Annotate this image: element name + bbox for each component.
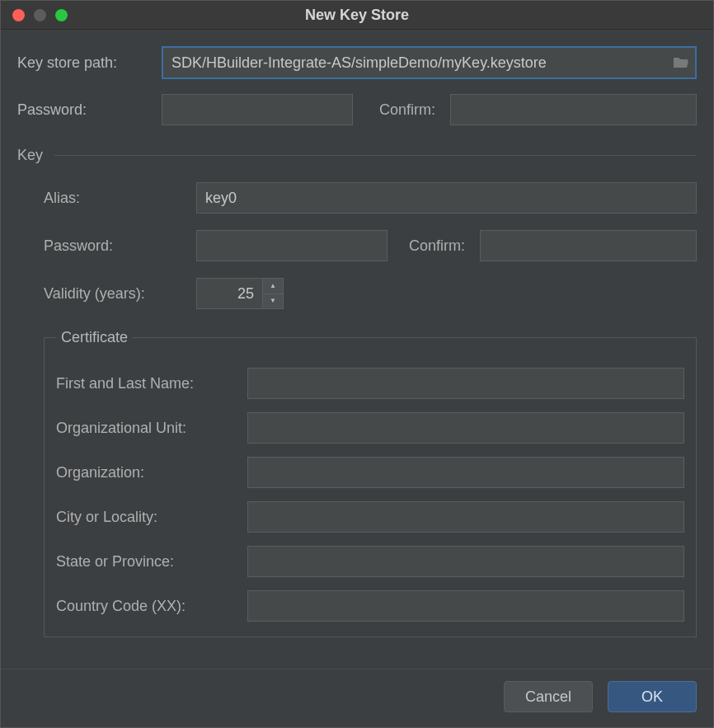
keystore-path-field-wrap bbox=[162, 46, 697, 79]
key-confirm-input[interactable] bbox=[480, 230, 697, 261]
country-input[interactable] bbox=[247, 590, 684, 622]
org-unit-row: Organizational Unit: bbox=[56, 412, 684, 444]
dialog-content: Key store path: Password: Confirm: Key bbox=[1, 30, 713, 669]
folder-open-icon bbox=[673, 56, 689, 69]
validity-increment-button[interactable]: ▲ bbox=[263, 279, 283, 294]
ok-button[interactable]: OK bbox=[608, 681, 697, 712]
titlebar: New Key Store bbox=[1, 1, 713, 30]
state-label: State or Province: bbox=[56, 553, 247, 571]
keystore-password-row: Password: Confirm: bbox=[17, 94, 697, 125]
state-row: State or Province: bbox=[56, 546, 684, 577]
validity-row: Validity (years): ▲ ▼ bbox=[44, 278, 697, 309]
keystore-path-row: Key store path: bbox=[17, 46, 697, 79]
key-password-input[interactable] bbox=[196, 230, 388, 261]
city-input[interactable] bbox=[247, 501, 684, 533]
first-last-input[interactable] bbox=[247, 368, 684, 399]
state-input[interactable] bbox=[247, 546, 684, 577]
dialog-footer: Cancel OK bbox=[1, 669, 713, 727]
validity-spin-buttons: ▲ ▼ bbox=[262, 278, 284, 309]
keystore-password-input[interactable] bbox=[162, 94, 353, 125]
key-section-header: Key bbox=[17, 147, 697, 164]
alias-input[interactable] bbox=[196, 182, 697, 214]
organization-row: Organization: bbox=[56, 457, 684, 488]
browse-folder-button[interactable] bbox=[667, 48, 695, 77]
org-unit-label: Organizational Unit: bbox=[56, 420, 247, 437]
first-last-label: First and Last Name: bbox=[56, 375, 247, 392]
key-section: Alias: Password: Confirm: Validity (year… bbox=[17, 182, 697, 637]
alias-row: Alias: bbox=[44, 182, 697, 214]
certificate-fieldset: Certificate First and Last Name: Organiz… bbox=[44, 329, 697, 637]
validity-input[interactable] bbox=[196, 278, 262, 309]
keystore-path-input[interactable] bbox=[163, 48, 667, 77]
alias-label: Alias: bbox=[44, 190, 196, 207]
keystore-password-label: Password: bbox=[17, 101, 162, 119]
org-unit-input[interactable] bbox=[247, 412, 684, 444]
validity-spinner: ▲ ▼ bbox=[196, 278, 284, 309]
validity-label: Validity (years): bbox=[44, 285, 196, 303]
keystore-path-label: Key store path: bbox=[17, 54, 162, 72]
keystore-confirm-input[interactable] bbox=[450, 94, 697, 125]
keystore-confirm-label: Confirm: bbox=[379, 101, 435, 119]
first-last-row: First and Last Name: bbox=[56, 368, 684, 399]
section-divider bbox=[54, 155, 697, 156]
organization-label: Organization: bbox=[56, 464, 247, 481]
cancel-button[interactable]: Cancel bbox=[504, 681, 593, 712]
key-confirm-label: Confirm: bbox=[409, 237, 465, 255]
window-title: New Key Store bbox=[1, 7, 713, 24]
key-password-label: Password: bbox=[44, 237, 196, 255]
city-row: City or Locality: bbox=[56, 501, 684, 533]
city-label: City or Locality: bbox=[56, 509, 247, 526]
key-section-title: Key bbox=[17, 147, 43, 164]
country-row: Country Code (XX): bbox=[56, 590, 684, 622]
key-password-row: Password: Confirm: bbox=[44, 230, 697, 261]
validity-decrement-button[interactable]: ▼ bbox=[263, 294, 283, 309]
organization-input[interactable] bbox=[247, 457, 684, 488]
new-key-store-dialog: New Key Store Key store path: Password: … bbox=[0, 0, 714, 728]
certificate-legend: Certificate bbox=[56, 329, 133, 346]
country-label: Country Code (XX): bbox=[56, 598, 247, 615]
